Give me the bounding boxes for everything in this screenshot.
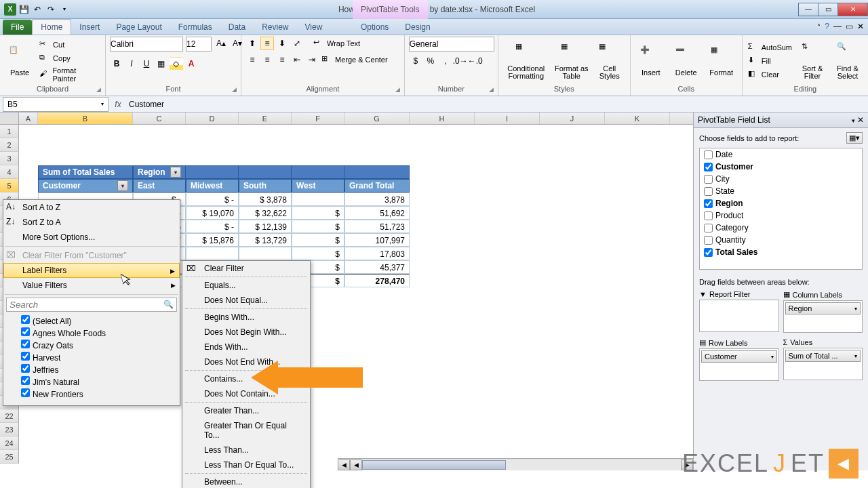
decrease-decimal-icon[interactable]: ←.0	[469, 54, 482, 68]
col-header[interactable]: K	[605, 113, 670, 124]
col-header[interactable]: D	[186, 113, 239, 124]
customer-checkbox[interactable]: Jeffries	[21, 363, 174, 375]
format-as-table-button[interactable]: ▦Format as Table	[553, 42, 591, 80]
sub-ends-with[interactable]: Ends With...	[182, 340, 310, 354]
field-item[interactable]: Date	[700, 148, 862, 161]
tab-home[interactable]: Home	[32, 19, 71, 35]
sort-za-item[interactable]: Z↓Sort Z to A	[3, 215, 180, 230]
select-all-checkbox[interactable]: (Select All)	[21, 314, 174, 327]
col-header[interactable]: E	[239, 113, 292, 124]
workbook-restore-icon[interactable]: ▭	[846, 22, 853, 31]
sum-total-chip[interactable]: Sum of Total ...▾	[785, 350, 861, 362]
align-center-icon[interactable]: ≡	[260, 53, 274, 66]
filter-search-input[interactable]	[7, 298, 161, 311]
border-button[interactable]: ▦	[155, 57, 168, 70]
field-item[interactable]: Total Sales	[700, 246, 862, 258]
chevron-down-icon[interactable]: ▾	[771, 354, 774, 360]
sub-between[interactable]: Between...	[182, 474, 310, 488]
qat-dropdown-icon[interactable]: ▾	[58, 3, 71, 16]
tab-insert[interactable]: Insert	[71, 20, 108, 35]
sub-begins-with[interactable]: Begins With...	[182, 310, 310, 325]
filter-search-box[interactable]: 🔍	[6, 298, 177, 312]
excel-icon[interactable]: X	[4, 3, 16, 16]
customer-checkbox[interactable]: Harvest	[21, 351, 174, 363]
field-item[interactable]: Quantity	[700, 234, 862, 246]
customer-chip[interactable]: Customer▾	[701, 350, 777, 363]
name-box[interactable]: B5 ▾	[3, 97, 108, 112]
tab-data[interactable]: Data	[220, 20, 254, 35]
align-right-icon[interactable]: ≡	[275, 53, 289, 66]
row-header[interactable]: 5	[0, 179, 19, 192]
chevron-down-icon[interactable]: ▾	[852, 117, 855, 124]
font-color-button[interactable]: A	[184, 57, 198, 70]
field-item[interactable]: Region	[700, 197, 862, 209]
field-item[interactable]: City	[700, 173, 862, 185]
col-header[interactable]: F	[292, 113, 344, 124]
sub-not-begin-with[interactable]: Does Not Begin With...	[182, 325, 310, 340]
decrease-indent-icon[interactable]: ⇤	[290, 53, 304, 66]
sub-equals[interactable]: Equals...	[182, 278, 310, 293]
col-header[interactable]: J	[540, 113, 605, 124]
chevron-down-icon[interactable]: ▾	[854, 353, 857, 359]
save-icon[interactable]: 💾	[18, 3, 30, 16]
sub-lte[interactable]: Less Than Or Equal To...	[182, 458, 310, 472]
row-header[interactable]: 24	[0, 436, 19, 450]
pivot-region-header[interactable]: Region▾	[133, 165, 186, 179]
tab-options[interactable]: Options	[353, 20, 397, 35]
paste-button[interactable]: 📋 Paste	[4, 45, 35, 77]
scroll-left-icon[interactable]: ◀	[338, 460, 350, 470]
chevron-down-icon[interactable]: ▾	[854, 306, 857, 312]
row-labels-zone[interactable]: Customer▾	[699, 348, 779, 381]
customer-checkbox[interactable]: New Frontiers	[21, 388, 174, 400]
launcher-icon[interactable]: ◢	[489, 86, 494, 93]
autosum-button[interactable]: ΣAutoSum	[747, 41, 793, 54]
sub-gte[interactable]: Greater Than Or Equal To...	[182, 418, 310, 443]
region-chip[interactable]: Region▾	[785, 302, 861, 314]
cut-button[interactable]: ✂Cut	[38, 39, 101, 51]
fx-icon[interactable]: fx	[111, 100, 125, 109]
row-header[interactable]: 23	[0, 423, 19, 436]
launcher-icon[interactable]: ◢	[395, 86, 400, 93]
chevron-down-icon[interactable]: ▾	[101, 101, 104, 107]
cell-styles-button[interactable]: ▦Cell Styles	[593, 42, 626, 80]
dropdown-icon[interactable]: ▾	[170, 167, 181, 178]
italic-button[interactable]: I	[125, 57, 138, 70]
conditional-formatting-button[interactable]: ▦Conditional Formatting	[502, 42, 550, 80]
horizontal-scrollbar[interactable]: ◀ ◀ ▶	[338, 458, 693, 470]
sub-less-than[interactable]: Less Than...	[182, 443, 310, 458]
currency-icon[interactable]: $	[409, 54, 422, 68]
field-list[interactable]: DateCustomerCityStateRegionProductCatego…	[699, 148, 863, 270]
format-painter-button[interactable]: 🖌Format Painter	[38, 66, 101, 83]
sub-not-equal[interactable]: Does Not Equal...	[182, 293, 310, 308]
select-all-corner[interactable]	[0, 113, 19, 124]
fill-button[interactable]: ⬇Fill	[747, 55, 793, 67]
field-item[interactable]: Customer	[700, 161, 862, 173]
grow-font-icon[interactable]: A▴	[214, 37, 228, 50]
label-filters-item[interactable]: Label Filters▶	[3, 263, 180, 278]
col-header[interactable]: B	[38, 113, 133, 124]
row-header[interactable]: 1	[0, 125, 19, 138]
tab-view[interactable]: View	[297, 20, 331, 35]
close-icon[interactable]: ✕	[857, 115, 864, 125]
font-name-combo[interactable]	[110, 37, 183, 52]
tab-file[interactable]: File	[3, 20, 32, 35]
scroll-left-icon[interactable]: ◀	[350, 460, 362, 470]
sort-filter-button[interactable]: ⇅Sort & Filter	[796, 42, 829, 80]
formula-input[interactable]: Customer	[125, 100, 868, 109]
row-header[interactable]: 25	[0, 450, 19, 464]
field-item[interactable]: Category	[700, 222, 862, 234]
undo-icon[interactable]: ↶	[31, 3, 43, 16]
dropdown-icon[interactable]: ▾	[117, 180, 128, 191]
pivot-customer-header[interactable]: Customer▾	[38, 179, 133, 192]
delete-cells-button[interactable]: ➖Delete	[670, 45, 703, 77]
launcher-icon[interactable]: ◢	[96, 86, 101, 93]
col-header[interactable]: C	[133, 113, 186, 124]
col-header[interactable]: I	[475, 113, 540, 124]
copy-button[interactable]: ⧉Copy	[38, 52, 101, 64]
minimize-button[interactable]: —	[798, 3, 818, 16]
field-item[interactable]: Product	[700, 209, 862, 222]
row-header[interactable]: 4	[0, 165, 19, 179]
increase-indent-icon[interactable]: ⇥	[305, 53, 319, 66]
sort-az-item[interactable]: A↓Sort A to Z	[3, 200, 180, 215]
tab-design[interactable]: Design	[397, 20, 438, 35]
